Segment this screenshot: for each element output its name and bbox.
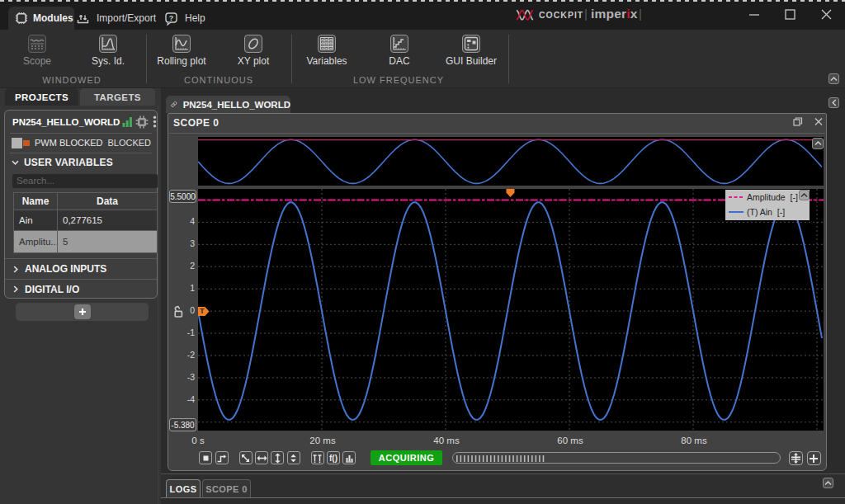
svg-text:T: T — [200, 307, 205, 315]
svg-text:?: ? — [169, 14, 174, 22]
svg-text:f(): f() — [329, 454, 338, 463]
